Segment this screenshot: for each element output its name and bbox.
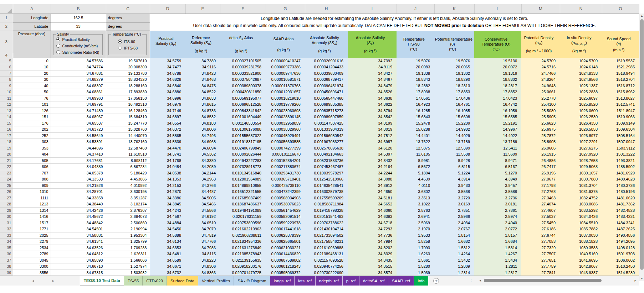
cell-F37[interactable]: 0.021139155635 <box>220 257 266 263</box>
cell-M13[interactable]: 25.5080 <box>521 108 560 114</box>
cell-O9[interactable]: 1516.8712 <box>602 83 639 89</box>
cell-M27[interactable]: 27.3463 <box>521 195 560 201</box>
cell-N9[interactable]: 1025.1387 <box>560 83 602 89</box>
cell-J12[interactable]: 16.4923 <box>397 101 434 108</box>
cell-H8[interactable]: 0.000368739417 <box>305 77 348 83</box>
cell-M24[interactable]: 27.0677 <box>521 176 560 183</box>
cell-D14[interactable]: 34.6897 <box>150 114 185 120</box>
cell-H19[interactable]: 0.002570695638 <box>305 145 348 151</box>
cell-C5[interactable]: 19.507610 <box>106 58 150 64</box>
cell-D8[interactable]: 34.6828 <box>150 77 185 83</box>
cell-I5[interactable]: 34.7392 <box>348 58 397 64</box>
cell-B34[interactable]: 34.61341 <box>51 239 106 245</box>
cell-M35[interactable]: 27.7329 <box>521 245 560 251</box>
column-header-delta-sa-atlas[interactable]: delta SA Atlas (g kg-1) <box>220 31 266 58</box>
row-number-35[interactable]: 35 <box>0 245 13 251</box>
cell-K23[interactable]: 5.1224 <box>434 170 474 176</box>
temperature-option-its-90[interactable]: ITS-90 <box>118 40 146 44</box>
cell-M9[interactable]: 24.9648 <box>521 83 560 89</box>
row-number-18[interactable]: 18 <box>0 139 13 145</box>
cell-E27[interactable]: 34.5005 <box>185 195 220 201</box>
cell-J33[interactable]: 1.9533 <box>397 232 434 239</box>
cell-E5[interactable]: 34.7389 <box>185 58 220 64</box>
cell-F36[interactable]: 0.021385378943 <box>220 251 266 257</box>
cell-A25[interactable]: 909 <box>13 182 51 189</box>
cell-A13[interactable]: 126 <box>13 108 51 114</box>
cell-J25[interactable]: 4.0110 <box>397 182 434 189</box>
cell-E12[interactable]: 34.8615 <box>185 101 220 108</box>
cell-B18[interactable]: 34.53391 <box>51 139 106 145</box>
cell-G14[interactable]: 0.000028396145 <box>266 114 305 120</box>
cell-A38[interactable]: 3300 <box>13 263 51 270</box>
cell-I6[interactable]: 34.9119 <box>348 64 397 70</box>
tab-splitter-handle[interactable]: ⁞ <box>471 279 472 283</box>
cell-J5[interactable]: 19.5076 <box>397 58 434 64</box>
cell-J20[interactable]: 11.6105 <box>397 151 434 158</box>
cell-L21[interactable]: 8.9471 <box>474 157 521 164</box>
cell-K16[interactable]: 14.9982 <box>434 126 474 133</box>
cell-K15[interactable]: 15.2209 <box>434 120 474 126</box>
cell-D22[interactable]: 34.0484 <box>150 164 185 170</box>
cell-K9[interactable]: 18.2813 <box>434 83 474 89</box>
cell-D13[interactable]: 34.7149 <box>150 108 185 114</box>
cell-B26[interactable]: 34.28701 <box>51 189 106 195</box>
cell-L35[interactable]: 1.5314 <box>474 245 521 251</box>
cell-J22[interactable]: 6.5672 <box>397 164 434 170</box>
sheet-tab-saar-ref[interactable]: SAAR_ref <box>388 276 414 286</box>
cell-N6[interactable]: 1024.6148 <box>560 64 602 70</box>
cell-G8[interactable]: 0.000010581871 <box>266 77 305 83</box>
cell-G31[interactable]: 0.000599223978 <box>266 220 305 226</box>
sheet-tab-lats-ref[interactable]: lats_ref <box>295 276 316 286</box>
column-letter-G[interactable]: G <box>266 4 305 14</box>
cell-J38[interactable]: 1.5280 <box>397 263 434 270</box>
cell-N23[interactable]: 1030.1657 <box>560 170 602 176</box>
cell-D15[interactable]: 34.6554 <box>150 120 185 126</box>
row-number-30[interactable]: 30 <box>0 214 13 220</box>
cell-I25[interactable]: 34.3912 <box>348 182 397 189</box>
cell-F5[interactable]: 0.000327101505 <box>220 58 266 64</box>
cell-C17[interactable]: 14.440070 <box>106 132 150 139</box>
cell-K32[interactable]: 2.0767 <box>434 226 474 232</box>
cell-B17[interactable]: 34.58649 <box>51 132 106 139</box>
cell-L30[interactable]: 2.5974 <box>474 214 521 220</box>
cell-N39[interactable]: 1043.9387 <box>560 270 602 276</box>
horizontal-scrollbar[interactable]: ⁞ ◄ ► <box>471 278 639 283</box>
cell-K25[interactable]: 3.9430 <box>434 182 474 189</box>
cell-A12[interactable]: 101 <box>13 101 51 108</box>
cell-C22[interactable]: 6.567234 <box>106 164 150 170</box>
row-number-34[interactable]: 34 <box>0 239 13 245</box>
cell-O15[interactable]: 1509.9149 <box>602 120 639 126</box>
cell-M5[interactable]: 24.5709 <box>521 58 560 64</box>
cell-M16[interactable]: 25.6975 <box>521 126 560 133</box>
cell-I19[interactable]: 34.6120 <box>348 145 397 151</box>
cell-A14[interactable]: 151 <box>13 114 51 120</box>
cell-K17[interactable]: 14.4029 <box>434 132 474 139</box>
cell-O17[interactable]: 1508.5164 <box>602 132 639 139</box>
cell-C36[interactable]: 1.626311 <box>106 251 150 257</box>
column-header-absolute-salinity[interactable]: Absolute Salinity(SA)(g kg-1) <box>348 31 397 58</box>
row-number-20[interactable]: 20 <box>0 151 13 158</box>
cell-O34[interactable]: 1494.2095 <box>602 239 639 245</box>
cell-J13[interactable]: 16.1285 <box>397 108 434 114</box>
cell-B38[interactable]: 34.66710 <box>51 263 106 270</box>
cell-G17[interactable]: 0.000045929491 <box>266 132 305 139</box>
row-number-31[interactable]: 31 <box>0 220 13 226</box>
cell-A32[interactable]: 1771 <box>13 226 51 232</box>
cell-I30[interactable]: 34.6393 <box>348 214 397 220</box>
cell-J24[interactable]: 4.4539 <box>397 176 434 183</box>
cell-J19[interactable]: 12.5875 <box>397 145 434 151</box>
cell-E8[interactable]: 34.8463 <box>185 77 220 83</box>
cell-I33[interactable]: 34.7736 <box>348 232 397 239</box>
cell-F12[interactable]: 0.000696512528 <box>220 101 266 108</box>
cell-K27[interactable]: 3.2720 <box>434 195 474 201</box>
cell-K11[interactable]: 17.0436 <box>434 95 474 101</box>
cell-G26[interactable]: 0.000473242399 <box>266 189 305 195</box>
cell-J30[interactable]: 2.6941 <box>397 214 434 220</box>
cell-G9[interactable]: 0.000011376763 <box>266 83 305 89</box>
cell-C21[interactable]: 8.998112 <box>106 157 150 164</box>
cell-K33[interactable]: 1.8154 <box>434 232 474 239</box>
cell-A6[interactable]: 10 <box>13 64 51 70</box>
row-number-36[interactable]: 36 <box>0 251 13 257</box>
column-letter-J[interactable]: J <box>397 4 434 14</box>
cell-L37[interactable]: 1.3434 <box>474 257 521 263</box>
